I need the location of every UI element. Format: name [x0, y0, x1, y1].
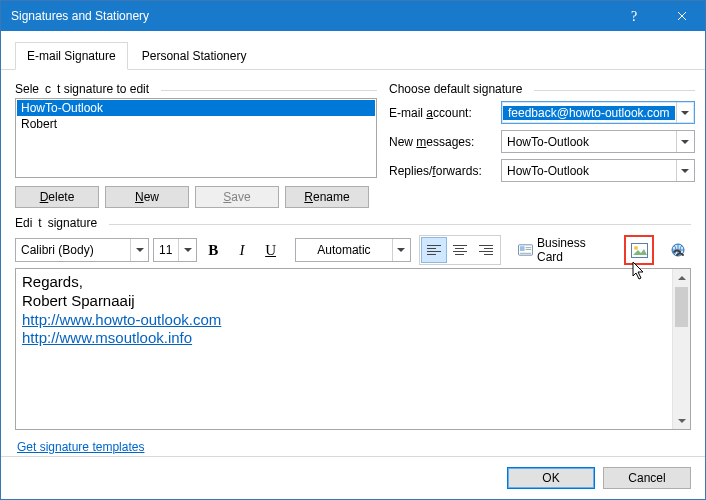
new-button[interactable]: New: [105, 186, 189, 208]
email-account-label: E-mail account:: [389, 106, 501, 120]
titlebar: Signatures and Stationery ?: [1, 1, 705, 31]
signatures-dialog: Signatures and Stationery ? E-mail Signa…: [0, 0, 706, 500]
italic-button[interactable]: I: [230, 237, 255, 263]
business-card-label: Business Card: [537, 236, 610, 264]
underline-button[interactable]: U: [258, 237, 283, 263]
format-toolbar: Calibri (Body) 11 B I U Automatic: [15, 235, 691, 265]
font-family-dropdown[interactable]: Calibri (Body): [15, 238, 149, 262]
scroll-down-button[interactable]: [673, 412, 690, 429]
close-button[interactable]: [659, 1, 705, 31]
tab-label: E-mail Signature: [27, 49, 116, 63]
picture-icon: [631, 243, 648, 258]
align-right-button[interactable]: [473, 237, 499, 263]
svg-point-7: [634, 246, 638, 250]
tab-personal-stationery[interactable]: Personal Stationery: [130, 42, 259, 70]
tab-strip: E-mail Signature Personal Stationery: [1, 31, 705, 70]
edit-signature-label: Edit signature: [15, 216, 691, 230]
editor-scrollbar[interactable]: [672, 269, 690, 429]
new-messages-label: New messages:: [389, 135, 501, 149]
editor-link[interactable]: http://www.msoutlook.info: [22, 329, 192, 346]
bold-button[interactable]: B: [201, 237, 226, 263]
chevron-down-icon: [676, 160, 694, 181]
dropdown-value: feedback@howto-outlook.com: [503, 106, 675, 120]
dialog-footer: OK Cancel: [1, 456, 705, 499]
font-color-dropdown[interactable]: Automatic: [295, 238, 411, 262]
tab-label: Personal Stationery: [142, 49, 247, 63]
svg-rect-3: [525, 247, 531, 248]
save-button: Save: [195, 186, 279, 208]
tab-email-signature[interactable]: E-mail Signature: [15, 42, 128, 70]
window-title: Signatures and Stationery: [11, 9, 613, 23]
business-card-button[interactable]: Business Card: [511, 237, 618, 263]
dropdown-value: Automatic: [296, 243, 392, 257]
chevron-down-icon: [392, 239, 410, 261]
dropdown-value: Calibri (Body): [16, 243, 130, 257]
business-card-icon: [518, 243, 533, 257]
replies-forwards-label: Replies/forwards:: [389, 164, 501, 178]
get-templates-link[interactable]: Get signature templates: [17, 440, 691, 454]
default-signature-label: Choose default signature: [389, 82, 695, 96]
select-signature-label: Select signature to edit: [15, 82, 377, 96]
svg-rect-4: [525, 249, 531, 250]
dropdown-value: 11: [154, 243, 178, 257]
font-size-dropdown[interactable]: 11: [153, 238, 197, 262]
email-account-dropdown[interactable]: feedback@howto-outlook.com: [501, 101, 695, 124]
signature-list-item[interactable]: Robert: [17, 116, 375, 132]
delete-button[interactable]: Delete: [15, 186, 99, 208]
chevron-down-icon: [178, 239, 196, 261]
signature-list-item[interactable]: HowTo-Outlook: [17, 100, 375, 116]
signature-editor[interactable]: Regards, Robert Sparnaaij http://www.how…: [15, 268, 691, 430]
align-left-button[interactable]: [421, 237, 447, 263]
replies-forwards-dropdown[interactable]: HowTo-Outlook: [501, 159, 695, 182]
chevron-down-icon: [676, 102, 694, 123]
chevron-down-icon: [676, 131, 694, 152]
scroll-up-button[interactable]: [673, 269, 690, 286]
tab-pane: Select signature to edit HowTo-Outlook R…: [1, 70, 705, 456]
cancel-button[interactable]: Cancel: [603, 467, 691, 489]
editor-text: Regards,: [22, 273, 83, 290]
editor-text: Robert Sparnaaij: [22, 292, 135, 309]
svg-rect-2: [520, 246, 525, 251]
alignment-group: [419, 235, 501, 265]
signature-list[interactable]: HowTo-Outlook Robert: [15, 98, 377, 178]
svg-rect-6: [631, 243, 647, 257]
editor-link[interactable]: http://www.howto-outlook.com: [22, 311, 221, 328]
dropdown-value: HowTo-Outlook: [502, 164, 676, 178]
help-button[interactable]: ?: [613, 1, 659, 31]
svg-text:?: ?: [631, 9, 637, 23]
dropdown-value: HowTo-Outlook: [502, 135, 676, 149]
insert-hyperlink-button[interactable]: [664, 236, 691, 264]
insert-picture-button[interactable]: [624, 235, 654, 265]
new-messages-dropdown[interactable]: HowTo-Outlook: [501, 130, 695, 153]
scroll-thumb[interactable]: [675, 287, 688, 327]
svg-rect-5: [520, 253, 531, 254]
hyperlink-icon: [669, 242, 687, 258]
rename-button[interactable]: Rename: [285, 186, 369, 208]
editor-body[interactable]: Regards, Robert Sparnaaij http://www.how…: [16, 269, 672, 429]
ok-button[interactable]: OK: [507, 467, 595, 489]
align-center-button[interactable]: [447, 237, 473, 263]
chevron-down-icon: [130, 239, 148, 261]
